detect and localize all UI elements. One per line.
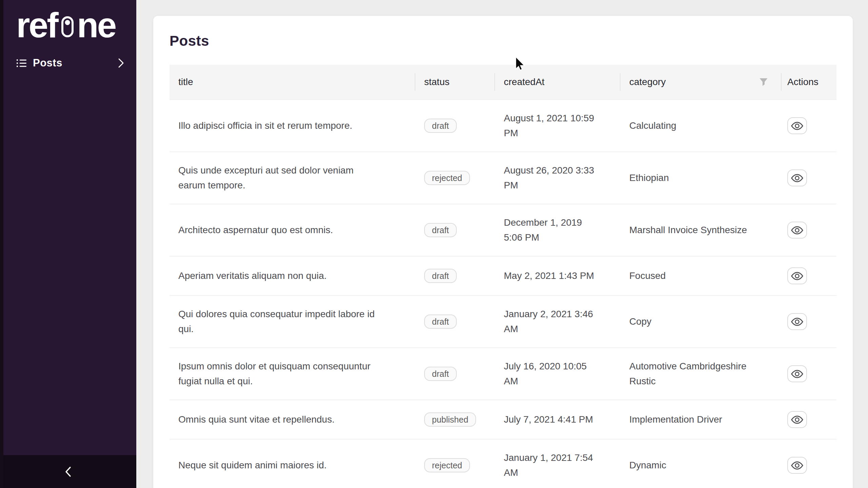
table-row: Qui dolores quia consequatur impedit lab…	[170, 295, 836, 347]
view-post-button[interactable]	[787, 267, 807, 284]
status-badge: rejected	[424, 458, 470, 472]
refine-logo: refne	[0, 0, 136, 38]
column-header-actions: Actions	[782, 65, 836, 99]
post-title: Qui dolores quia consequatur impedit lab…	[178, 307, 378, 337]
created-at: January 1, 2021 7:54 AM	[504, 450, 595, 480]
eye-icon	[791, 272, 803, 280]
post-title: Neque sit quidem animi maiores id.	[178, 458, 378, 473]
eye-icon	[791, 226, 803, 235]
eye-icon	[791, 461, 803, 470]
sidebar: refne Posts	[0, 0, 136, 488]
posts-card: Posts title status createdAt category Ac…	[153, 16, 853, 488]
table-row: Neque sit quidem animi maiores id. rejec…	[170, 439, 836, 488]
logo-i-dot	[65, 20, 70, 25]
logo-i-icon	[61, 16, 74, 37]
table-row: Aperiam veritatis aliquam non quia. draf…	[170, 256, 836, 295]
category-value: Marshall Invoice Synthesize	[629, 223, 768, 238]
logo-text-pre: ref	[16, 5, 57, 45]
post-title: Quis unde excepturi aut sed dolor veniam…	[178, 163, 378, 193]
created-at: August 1, 2021 10:59 PM	[504, 111, 595, 141]
eye-icon	[791, 122, 803, 130]
column-header-title: title	[170, 65, 415, 99]
column-header-createdat: createdAt	[495, 65, 620, 99]
logo-text-post: ne	[77, 5, 115, 45]
category-value: Implementation Driver	[629, 412, 768, 427]
eye-icon	[791, 415, 803, 424]
status-badge: draft	[424, 367, 457, 381]
eye-icon	[791, 370, 803, 378]
main-content: Posts title status createdAt category Ac…	[136, 0, 868, 488]
sidebar-item-posts[interactable]: Posts	[0, 53, 136, 73]
category-value: Focused	[629, 268, 768, 283]
mouse-cursor	[515, 56, 525, 70]
page-title: Posts	[170, 32, 836, 50]
created-at: July 16, 2020 10:05 AM	[504, 359, 595, 389]
status-badge: draft	[424, 314, 457, 329]
view-post-button[interactable]	[787, 313, 807, 330]
created-at: December 1, 2019 5:06 PM	[504, 215, 595, 245]
post-title: Illo adipisci officia in sit et rerum te…	[178, 118, 378, 133]
column-header-category-label: category	[629, 75, 666, 89]
post-title: Architecto aspernatur quo est omnis.	[178, 223, 378, 238]
category-value: Copy	[629, 314, 768, 329]
status-badge: draft	[424, 119, 457, 133]
table-row: Illo adipisci officia in sit et rerum te…	[170, 100, 836, 151]
status-badge: rejected	[424, 171, 470, 185]
category-value: Ethiopian	[629, 170, 768, 185]
category-value: Dynamic	[629, 458, 768, 473]
view-post-button[interactable]	[787, 169, 807, 186]
sidebar-item-label: Posts	[33, 57, 117, 69]
post-title: Aperiam veritatis aliquam non quia.	[178, 268, 378, 283]
chevron-left-icon	[64, 466, 72, 477]
table-row: Ipsum omnis dolor et quisquam consequunt…	[170, 347, 836, 400]
chevron-right-icon	[117, 58, 125, 68]
funnel-icon[interactable]	[759, 78, 768, 86]
table-row: Architecto aspernatur quo est omnis. dra…	[170, 204, 836, 256]
post-title: Omnis quia sunt vitae et repellendus.	[178, 412, 378, 427]
view-post-button[interactable]	[787, 457, 807, 474]
view-post-button[interactable]	[787, 365, 807, 382]
status-badge: draft	[424, 269, 457, 283]
category-value: Automotive Cambridgeshire Rustic	[629, 359, 768, 389]
category-value: Calculating	[629, 118, 768, 133]
created-at: August 26, 2020 3:33 PM	[504, 163, 595, 193]
window-edge	[0, 0, 3, 488]
table-header-row: title status createdAt category Actions	[170, 65, 836, 100]
posts-table: title status createdAt category Actions …	[170, 65, 836, 488]
sidebar-collapse-button[interactable]	[0, 455, 136, 488]
view-post-button[interactable]	[787, 222, 807, 239]
unordered-list-icon	[16, 58, 27, 68]
table-row: Omnis quia sunt vitae et repellendus. pu…	[170, 400, 836, 439]
created-at: January 2, 2021 3:46 AM	[504, 307, 595, 337]
post-title: Ipsum omnis dolor et quisquam consequunt…	[178, 359, 378, 389]
created-at: July 7, 2021 4:41 PM	[504, 412, 595, 427]
status-badge: draft	[424, 223, 457, 237]
created-at: May 2, 2021 1:43 PM	[504, 268, 595, 283]
view-post-button[interactable]	[787, 117, 807, 134]
column-header-status: status	[415, 65, 495, 99]
table-row: Quis unde excepturi aut sed dolor veniam…	[170, 151, 836, 204]
status-badge: published	[424, 412, 476, 427]
eye-icon	[791, 318, 803, 326]
eye-icon	[791, 174, 803, 182]
column-header-category: category	[620, 65, 782, 99]
table-body: Illo adipisci officia in sit et rerum te…	[170, 100, 836, 488]
view-post-button[interactable]	[787, 411, 807, 428]
